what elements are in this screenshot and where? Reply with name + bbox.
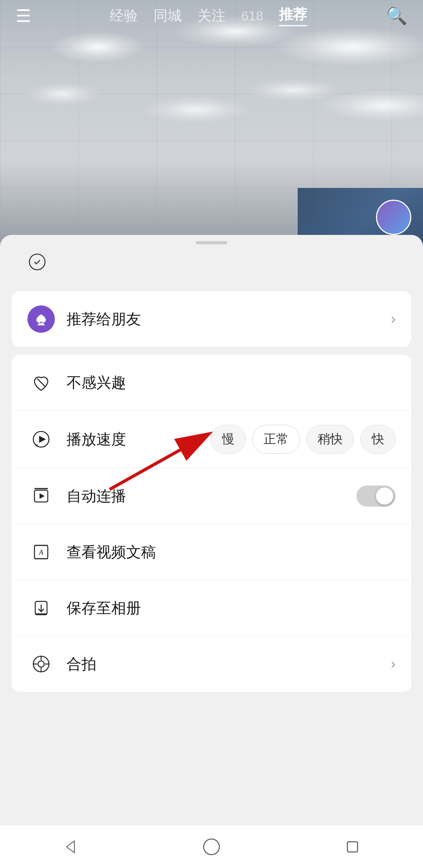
tab-recommend[interactable]: 推荐 xyxy=(279,5,307,26)
recommend-friends-icon xyxy=(27,305,55,333)
menu-item-not-interested[interactable]: 不感兴趣 xyxy=(12,355,411,411)
svg-marker-3 xyxy=(39,436,46,443)
tab-618[interactable]: 618 xyxy=(241,8,264,23)
svg-rect-22 xyxy=(347,842,358,852)
auto-play-icon xyxy=(27,482,55,510)
svg-marker-6 xyxy=(40,493,45,499)
menu-item-recommend-friends[interactable]: 推荐给朋友 › xyxy=(12,291,411,347)
top-navigation: ☰ 经验 同城 关注 618 推荐 🔍 xyxy=(0,0,423,31)
view-transcript-label: 查看视频文稿 xyxy=(67,542,396,562)
toggle-knob xyxy=(376,487,393,505)
partial-icon xyxy=(27,252,55,280)
playback-speed-icon xyxy=(27,426,55,453)
tab-following[interactable]: 关注 xyxy=(197,6,226,25)
auto-play-toggle[interactable] xyxy=(356,485,396,507)
partial-item xyxy=(12,244,411,283)
collab-icon xyxy=(27,650,55,678)
search-icon[interactable]: 🔍 xyxy=(386,5,407,26)
svg-point-21 xyxy=(204,839,219,855)
avatar[interactable] xyxy=(376,200,411,235)
home-button[interactable] xyxy=(196,831,227,863)
menu-icon[interactable]: ☰ xyxy=(16,6,31,26)
not-interested-label: 不感兴趣 xyxy=(67,373,396,393)
video-background xyxy=(0,0,423,266)
svg-point-0 xyxy=(29,254,45,270)
tab-experience[interactable]: 经验 xyxy=(110,6,138,25)
tab-local[interactable]: 同城 xyxy=(154,6,182,25)
bottom-navigation xyxy=(0,825,423,868)
svg-text:A: A xyxy=(39,549,44,556)
collab-label: 合拍 xyxy=(67,654,391,674)
save-album-icon xyxy=(27,594,55,622)
bottom-sheet: 推荐给朋友 › 不感兴趣 播放速度 xyxy=(0,235,423,868)
speed-slow[interactable]: 慢 xyxy=(211,425,246,454)
avatar-image xyxy=(377,201,410,234)
svg-line-1 xyxy=(37,379,45,386)
back-button[interactable] xyxy=(55,831,86,863)
collab-arrow: › xyxy=(391,656,396,672)
speed-fast[interactable]: 快 xyxy=(360,425,396,454)
view-transcript-icon: A xyxy=(27,538,55,566)
recommend-friends-label: 推荐给朋友 xyxy=(67,309,391,329)
speed-options: 慢 正常 稍快 快 xyxy=(211,425,396,454)
not-interested-icon xyxy=(27,369,55,396)
app-button[interactable] xyxy=(337,831,368,863)
speed-slightly-fast[interactable]: 稍快 xyxy=(306,425,354,454)
svg-marker-20 xyxy=(67,841,74,853)
menu-item-playback-speed[interactable]: 播放速度 慢 正常 稍快 快 xyxy=(12,411,411,468)
nav-tabs: 经验 同城 关注 618 推荐 xyxy=(110,5,307,26)
save-album-label: 保存至相册 xyxy=(67,598,396,618)
section-options: 不感兴趣 播放速度 慢 正常 稍快 快 xyxy=(12,355,411,692)
menu-item-auto-play[interactable]: 自动连播 xyxy=(12,468,411,524)
menu-item-save-album[interactable]: 保存至相册 xyxy=(12,580,411,636)
svg-point-13 xyxy=(38,661,44,667)
menu-item-view-transcript[interactable]: A 查看视频文稿 xyxy=(12,524,411,580)
speed-normal[interactable]: 正常 xyxy=(252,425,300,454)
playback-speed-label: 播放速度 xyxy=(67,429,211,449)
menu-item-collab[interactable]: 合拍 › xyxy=(12,636,411,692)
section-recommend: 推荐给朋友 › xyxy=(12,291,411,347)
auto-play-label: 自动连播 xyxy=(67,486,356,506)
recommend-friends-arrow: › xyxy=(391,311,396,327)
drag-handle[interactable] xyxy=(196,241,227,244)
